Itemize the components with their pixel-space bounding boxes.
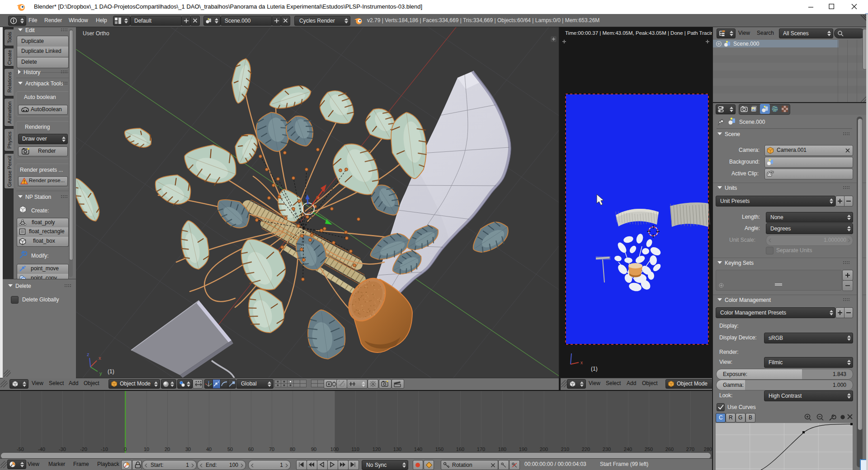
svg-text:220: 220 xyxy=(582,446,590,452)
svg-text:110: 110 xyxy=(351,446,359,452)
svg-text:40: 40 xyxy=(206,446,212,452)
svg-text:y: y xyxy=(99,371,102,376)
svg-text:Time:00:00.37 | Mem:43.05M, Pe: Time:00:00.37 | Mem:43.05M, Peak:43.05M … xyxy=(565,30,713,36)
svg-text:(1): (1) xyxy=(108,368,114,375)
svg-text:140: 140 xyxy=(414,446,422,452)
svg-text:z: z xyxy=(87,352,90,357)
svg-text:200: 200 xyxy=(540,446,548,452)
svg-text:-40: -40 xyxy=(38,446,45,452)
svg-text:250: 250 xyxy=(645,446,653,452)
svg-text:270: 270 xyxy=(686,446,694,452)
svg-text:230: 230 xyxy=(603,446,611,452)
svg-text:(1): (1) xyxy=(591,366,598,372)
svg-text:100: 100 xyxy=(330,446,339,452)
svg-text:90: 90 xyxy=(311,446,316,452)
svg-text:160: 160 xyxy=(456,446,464,452)
svg-text:210: 210 xyxy=(561,446,569,452)
svg-text:x: x xyxy=(580,360,583,365)
svg-text:260: 260 xyxy=(665,446,674,452)
svg-text:60: 60 xyxy=(248,446,254,452)
svg-text:280: 280 xyxy=(704,446,712,452)
svg-text:70: 70 xyxy=(269,446,274,452)
svg-text:User Ortho: User Ortho xyxy=(83,30,109,37)
svg-text:80: 80 xyxy=(290,446,295,452)
svg-text:50: 50 xyxy=(227,446,233,452)
svg-text:150: 150 xyxy=(435,446,443,452)
svg-text:-30: -30 xyxy=(59,446,66,452)
svg-text:-50: -50 xyxy=(17,446,24,452)
svg-text:190: 190 xyxy=(519,446,527,452)
svg-text:30: 30 xyxy=(185,446,191,452)
svg-text:130: 130 xyxy=(393,446,401,452)
svg-text:10: 10 xyxy=(144,446,149,452)
svg-text:x: x xyxy=(99,355,101,361)
svg-text:20: 20 xyxy=(165,446,170,452)
svg-text:-10: -10 xyxy=(101,446,108,452)
svg-text:120: 120 xyxy=(373,446,381,452)
svg-text:240: 240 xyxy=(624,446,632,452)
svg-text:180: 180 xyxy=(498,446,506,452)
svg-text:0: 0 xyxy=(124,446,127,452)
svg-text:170: 170 xyxy=(477,446,485,452)
svg-text:-20: -20 xyxy=(80,446,87,452)
